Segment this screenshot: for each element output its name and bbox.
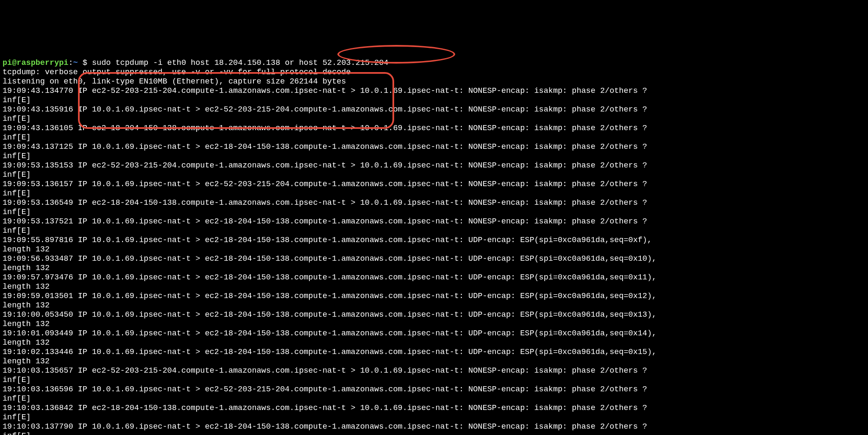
prompt-at: @ — [12, 59, 17, 67]
command-line[interactable]: sudo tcpdump -i eth0 host 18.204.150.138… — [92, 59, 388, 67]
prompt-user: pi — [3, 59, 12, 67]
tcpdump-listening: listening on eth0, link-type EN10MB (Eth… — [3, 77, 346, 86]
prompt-colon: : — [68, 59, 73, 67]
tcpdump-header: tcpdump: verbose output suppressed, use … — [3, 68, 351, 77]
tcpdump-output: 19:09:43.134770 IP ec2-52-203-215-204.co… — [3, 86, 657, 435]
terminal-content: pi@raspberrypi:~ $ sudo tcpdump -i eth0 … — [3, 59, 865, 435]
prompt-host: raspberrypi — [17, 59, 68, 67]
prompt-path: ~ — [73, 59, 78, 67]
terminal-window[interactable]: { "prompt1": { "user": "pi", "at": "@", … — [0, 19, 868, 435]
prompt-dollar: $ — [78, 59, 92, 67]
